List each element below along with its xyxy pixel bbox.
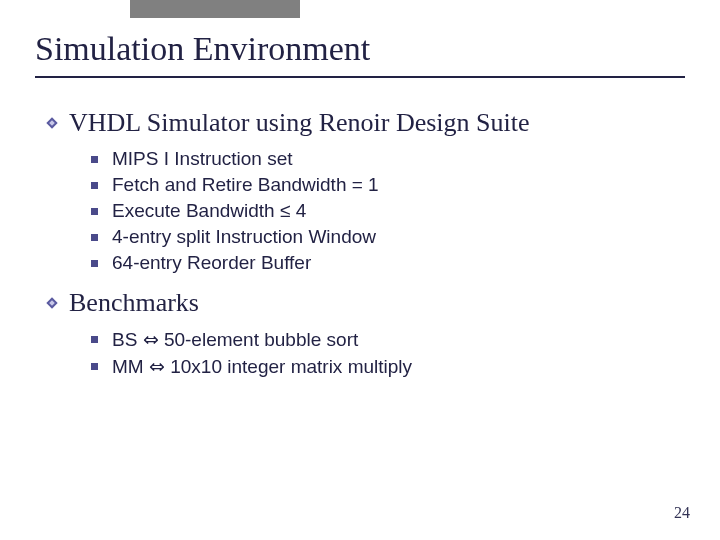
square-bullet-icon [91,182,98,189]
sub-list-simulator: MIPS I Instruction set Fetch and Retire … [91,148,685,274]
section-heading: VHDL Simulator using Renoir Design Suite [69,108,530,138]
section-simulator: VHDL Simulator using Renoir Design Suite… [45,108,685,274]
section-heading: Benchmarks [69,288,199,318]
list-item: Execute Bandwidth ≤ 4 [91,200,685,222]
list-item: 64-entry Reorder Buffer [91,252,685,274]
page-number: 24 [674,504,690,522]
section-heading-row: VHDL Simulator using Renoir Design Suite [45,108,685,138]
square-bullet-icon [91,208,98,215]
list-item: BS ⇔ 50-element bubble sort [91,328,685,351]
title-underline [35,76,685,78]
list-item: MIPS I Instruction set [91,148,685,170]
square-bullet-icon [91,156,98,163]
square-bullet-icon [91,260,98,267]
square-bullet-icon [91,234,98,241]
diamond-bullet-icon [45,296,59,310]
list-item: 4-entry split Instruction Window [91,226,685,248]
square-bullet-icon [91,363,98,370]
list-item: MM ⇔ 10x10 integer matrix multiply [91,355,685,378]
slide-title: Simulation Environment [35,30,685,68]
list-item: Fetch and Retire Bandwidth = 1 [91,174,685,196]
list-item-text: MM ⇔ 10x10 integer matrix multiply [112,355,412,378]
sub-list-benchmarks: BS ⇔ 50-element bubble sort MM ⇔ 10x10 i… [91,328,685,378]
list-item-text: Fetch and Retire Bandwidth = 1 [112,174,379,196]
list-item-text: BS ⇔ 50-element bubble sort [112,328,358,351]
list-item-text: Execute Bandwidth ≤ 4 [112,200,306,222]
square-bullet-icon [91,336,98,343]
section-heading-row: Benchmarks [45,288,685,318]
top-gray-bar [130,0,300,18]
list-item-text: 4-entry split Instruction Window [112,226,376,248]
diamond-bullet-icon [45,116,59,130]
list-item-text: MIPS I Instruction set [112,148,293,170]
section-benchmarks: Benchmarks BS ⇔ 50-element bubble sort M… [45,288,685,378]
slide-body: Simulation Environment VHDL Simulator us… [0,0,720,378]
list-item-text: 64-entry Reorder Buffer [112,252,311,274]
